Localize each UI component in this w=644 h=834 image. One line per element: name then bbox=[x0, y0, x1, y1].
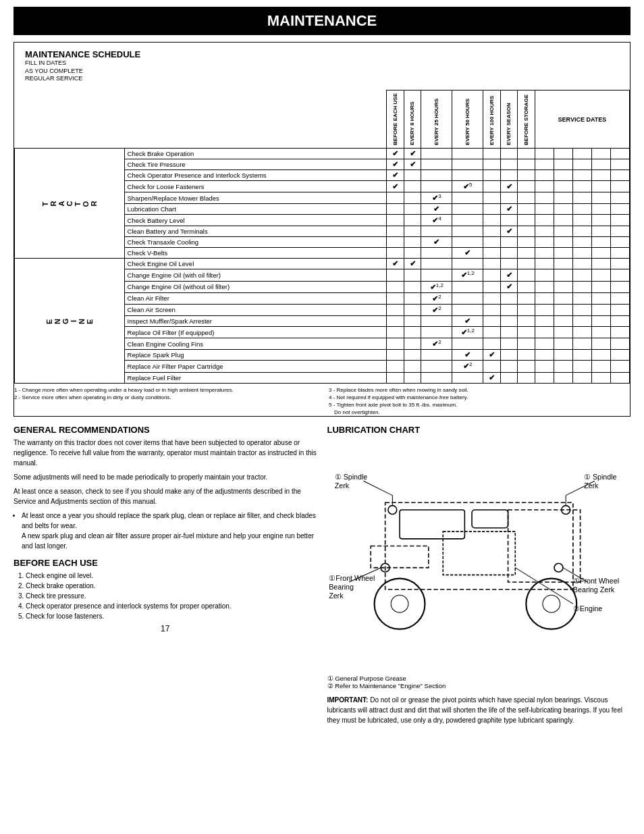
before-each-use-heading: BEFORE EACH USE bbox=[14, 558, 317, 568]
footnote-3: 3 - Replace blades more often when mowin… bbox=[329, 386, 630, 394]
lube-legend: ① General Purpose Grease ② Refer to Main… bbox=[327, 675, 631, 689]
before-use-item-4: Check operator presence and interlock sy… bbox=[26, 601, 317, 611]
tractor-item-7: Check Battery Level bbox=[124, 215, 387, 226]
svg-point-3 bbox=[387, 506, 396, 515]
lube-chart-container: ① Spindle Zerk ① Spindle Zerk ①Front Whe… bbox=[327, 438, 631, 725]
service-dates-header: SERVICE DATES bbox=[535, 90, 629, 149]
before-each-use-list: Check engine oil level. Check brake oper… bbox=[14, 571, 317, 621]
engine-item-5: Clean Air Screen bbox=[124, 304, 387, 315]
before-use-item-2: Check brake operation. bbox=[26, 581, 317, 591]
general-rec-p2: Some adjustments will need to be made pe… bbox=[14, 472, 317, 482]
footnote-5b: Do not overtighten. bbox=[329, 409, 630, 416]
svg-point-25 bbox=[374, 579, 425, 629]
maintenance-schedule: MAINTENANCE SCHEDULE FILL IN DATES AS YO… bbox=[14, 42, 630, 417]
left-column: GENERAL RECOMMENDATIONS The warranty on … bbox=[14, 425, 317, 725]
engine-label: ENGINE bbox=[15, 259, 125, 383]
tractor-item-8: Clean Battery and Terminals bbox=[124, 226, 387, 237]
svg-text:Bearing Zerk: Bearing Zerk bbox=[572, 585, 614, 594]
footnote-4: 4 - Not required if equipped with mainte… bbox=[329, 394, 630, 401]
svg-rect-13 bbox=[443, 531, 515, 575]
col-header-every-25: EVERY 25 HOURS bbox=[421, 90, 452, 149]
tractor-item-1: Check Brake Operation bbox=[124, 148, 387, 159]
lube-legend-1: ① General Purpose Grease bbox=[327, 675, 631, 682]
important-text-body: Do not oil or grease the pivot points wh… bbox=[327, 696, 622, 724]
engine-item-10: Replace Air Filter Paper Cartridge bbox=[124, 361, 387, 372]
engine-item-1: Check Engine Oil Level bbox=[124, 259, 387, 269]
right-column: LUBRICATION CHART bbox=[327, 425, 631, 725]
tractor-item-10: Check V-Belts bbox=[124, 248, 387, 259]
before-use-item-5: Check for loose fasteners. bbox=[26, 611, 317, 621]
page-number: 17 bbox=[14, 624, 317, 633]
general-rec-p3: At least once a season, check to see if … bbox=[14, 486, 317, 506]
svg-rect-29 bbox=[472, 510, 508, 528]
page-content: MAINTENANCE MAINTENANCE SCHEDULE FILL IN… bbox=[7, 7, 637, 725]
svg-line-5 bbox=[363, 481, 392, 495]
general-rec-heading: GENERAL RECOMMENDATIONS bbox=[14, 425, 317, 435]
footnote-2: 2 - Service more often when operating in… bbox=[14, 394, 315, 401]
before-use-item-1: Check engine oil level. bbox=[26, 571, 317, 581]
engine-item-11: Replace Fuel Filter bbox=[124, 372, 387, 383]
general-rec-bullets: At least once a year you should replace … bbox=[14, 511, 317, 551]
tractor-item-5: Sharpen/Replace Mower Blades bbox=[124, 192, 387, 204]
schedule-subtitle: FILL IN DATES AS YOU COMPLETE REGULAR SE… bbox=[20, 59, 146, 86]
engine-item-7: Replace Oil Filter (If equipped) bbox=[124, 327, 387, 338]
col-header-before-storage: BEFORE STORAGE bbox=[518, 90, 535, 149]
tractor-item-4: Check for Loose Fasteners bbox=[124, 180, 387, 192]
bullet-item-1: At least once a year you should replace … bbox=[22, 511, 317, 551]
engine-item-9: Replace Spark Plug bbox=[124, 350, 387, 361]
svg-rect-30 bbox=[400, 510, 464, 539]
engine-item-8: Clean Engine Cooling Fins bbox=[124, 338, 387, 350]
lube-chart-heading: LUBRICATION CHART bbox=[327, 425, 631, 435]
footnotes: 1 - Change more often when operating und… bbox=[14, 386, 630, 417]
tractor-label: TRACTOR bbox=[15, 148, 125, 258]
schedule-title: MAINTENANCE SCHEDULE bbox=[20, 47, 146, 59]
tractor-item-9: Check Transaxle Cooling bbox=[124, 237, 387, 248]
svg-text:②Engine: ②Engine bbox=[572, 604, 601, 613]
footnote-5: 5 - Tighten front axle pivot bolt to 35 … bbox=[329, 401, 630, 409]
important-label: IMPORTANT: bbox=[327, 696, 369, 704]
col-header-every-100: EVERY 100 HOURS bbox=[483, 90, 501, 149]
lube-legend-2: ② Refer to Maintenance "Engine" Section bbox=[327, 682, 631, 689]
svg-text:Bearing: Bearing bbox=[329, 583, 354, 591]
svg-text:① Spindle: ① Spindle bbox=[583, 473, 616, 481]
svg-text:Zerk: Zerk bbox=[329, 592, 344, 600]
engine-item-3: Change Engine Oil (without oil filter) bbox=[124, 281, 387, 292]
col-header-every-season: EVERY SEASON bbox=[500, 90, 518, 149]
tractor-item-3: Check Operator Presence and Interlock Sy… bbox=[124, 170, 387, 180]
col-header-every-8: EVERY 8 HOURS bbox=[404, 90, 421, 149]
bottom-section: GENERAL RECOMMENDATIONS The warranty on … bbox=[14, 425, 630, 725]
svg-point-26 bbox=[526, 579, 576, 629]
svg-point-28 bbox=[542, 596, 560, 613]
svg-text:①Front Wheel: ①Front Wheel bbox=[572, 577, 618, 585]
engine-item-2: Change Engine Oil (with oil filter) bbox=[124, 269, 387, 281]
page-title: MAINTENANCE bbox=[14, 7, 630, 35]
svg-text:Zerk: Zerk bbox=[334, 481, 349, 490]
lube-diagram: ① Spindle Zerk ① Spindle Zerk ①Front Whe… bbox=[327, 438, 631, 669]
svg-text:①Front Wheel: ①Front Wheel bbox=[329, 574, 375, 582]
footnote-1: 1 - Change more often when operating und… bbox=[14, 386, 315, 394]
engine-item-6: Inspect Muffler/Spark Arrester bbox=[124, 316, 387, 327]
engine-item-4: Clean Air Filter bbox=[124, 292, 387, 304]
col-header-before-each-use: BEFORE EACH USE bbox=[387, 90, 404, 149]
svg-text:① Spindle: ① Spindle bbox=[334, 473, 367, 481]
important-note: IMPORTANT: Do not oil or grease the pivo… bbox=[327, 695, 631, 725]
schedule-table: BEFORE EACH USE EVERY 8 HOURS EVERY 25 H… bbox=[14, 90, 630, 383]
svg-point-11 bbox=[554, 563, 563, 572]
tractor-item-6: Lubrication Chart bbox=[124, 204, 387, 215]
tractor-item-2: Check Tire Pressure bbox=[124, 159, 387, 170]
before-use-item-3: Check tire pressure. bbox=[26, 591, 317, 601]
svg-point-27 bbox=[391, 596, 408, 613]
svg-text:Zerk: Zerk bbox=[583, 481, 598, 490]
svg-rect-1 bbox=[371, 546, 429, 568]
general-rec-p1: The warranty on this tractor does not co… bbox=[14, 438, 317, 468]
col-header-every-50: EVERY 50 HOURS bbox=[452, 90, 483, 149]
